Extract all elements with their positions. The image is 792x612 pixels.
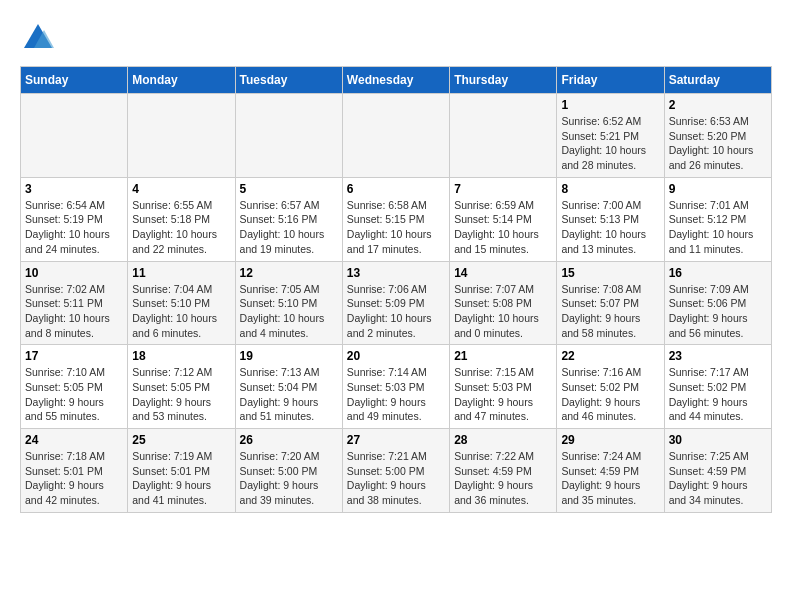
calendar-cell: 21Sunrise: 7:15 AM Sunset: 5:03 PM Dayli… [450,345,557,429]
day-number: 20 [347,349,445,363]
day-header-friday: Friday [557,67,664,94]
calendar-cell: 11Sunrise: 7:04 AM Sunset: 5:10 PM Dayli… [128,261,235,345]
calendar-cell: 3Sunrise: 6:54 AM Sunset: 5:19 PM Daylig… [21,177,128,261]
calendar-cell: 1Sunrise: 6:52 AM Sunset: 5:21 PM Daylig… [557,94,664,178]
day-number: 16 [669,266,767,280]
day-number: 9 [669,182,767,196]
day-number: 6 [347,182,445,196]
day-header-saturday: Saturday [664,67,771,94]
page-header [20,20,772,56]
calendar-cell: 2Sunrise: 6:53 AM Sunset: 5:20 PM Daylig… [664,94,771,178]
calendar-week-row: 3Sunrise: 6:54 AM Sunset: 5:19 PM Daylig… [21,177,772,261]
day-info: Sunrise: 6:54 AM Sunset: 5:19 PM Dayligh… [25,198,123,257]
day-number: 21 [454,349,552,363]
day-info: Sunrise: 7:07 AM Sunset: 5:08 PM Dayligh… [454,282,552,341]
day-number: 1 [561,98,659,112]
day-number: 12 [240,266,338,280]
calendar-cell: 12Sunrise: 7:05 AM Sunset: 5:10 PM Dayli… [235,261,342,345]
day-info: Sunrise: 7:00 AM Sunset: 5:13 PM Dayligh… [561,198,659,257]
calendar-cell: 29Sunrise: 7:24 AM Sunset: 4:59 PM Dayli… [557,429,664,513]
day-number: 4 [132,182,230,196]
day-info: Sunrise: 6:59 AM Sunset: 5:14 PM Dayligh… [454,198,552,257]
day-number: 15 [561,266,659,280]
day-info: Sunrise: 7:19 AM Sunset: 5:01 PM Dayligh… [132,449,230,508]
calendar-cell: 20Sunrise: 7:14 AM Sunset: 5:03 PM Dayli… [342,345,449,429]
calendar-cell: 6Sunrise: 6:58 AM Sunset: 5:15 PM Daylig… [342,177,449,261]
calendar-cell [342,94,449,178]
calendar-cell: 30Sunrise: 7:25 AM Sunset: 4:59 PM Dayli… [664,429,771,513]
calendar-week-row: 24Sunrise: 7:18 AM Sunset: 5:01 PM Dayli… [21,429,772,513]
calendar-week-row: 17Sunrise: 7:10 AM Sunset: 5:05 PM Dayli… [21,345,772,429]
day-number: 17 [25,349,123,363]
day-number: 3 [25,182,123,196]
calendar-cell: 27Sunrise: 7:21 AM Sunset: 5:00 PM Dayli… [342,429,449,513]
day-number: 18 [132,349,230,363]
calendar-cell: 23Sunrise: 7:17 AM Sunset: 5:02 PM Dayli… [664,345,771,429]
day-info: Sunrise: 6:53 AM Sunset: 5:20 PM Dayligh… [669,114,767,173]
calendar-cell: 18Sunrise: 7:12 AM Sunset: 5:05 PM Dayli… [128,345,235,429]
calendar-cell: 10Sunrise: 7:02 AM Sunset: 5:11 PM Dayli… [21,261,128,345]
day-number: 27 [347,433,445,447]
day-info: Sunrise: 6:57 AM Sunset: 5:16 PM Dayligh… [240,198,338,257]
calendar-cell: 4Sunrise: 6:55 AM Sunset: 5:18 PM Daylig… [128,177,235,261]
calendar-cell: 25Sunrise: 7:19 AM Sunset: 5:01 PM Dayli… [128,429,235,513]
day-number: 24 [25,433,123,447]
day-header-monday: Monday [128,67,235,94]
calendar-cell [450,94,557,178]
day-info: Sunrise: 6:58 AM Sunset: 5:15 PM Dayligh… [347,198,445,257]
day-info: Sunrise: 7:20 AM Sunset: 5:00 PM Dayligh… [240,449,338,508]
calendar-cell [235,94,342,178]
calendar-week-row: 10Sunrise: 7:02 AM Sunset: 5:11 PM Dayli… [21,261,772,345]
calendar-cell [21,94,128,178]
calendar-cell: 16Sunrise: 7:09 AM Sunset: 5:06 PM Dayli… [664,261,771,345]
day-number: 19 [240,349,338,363]
day-number: 14 [454,266,552,280]
calendar-cell: 17Sunrise: 7:10 AM Sunset: 5:05 PM Dayli… [21,345,128,429]
day-info: Sunrise: 7:25 AM Sunset: 4:59 PM Dayligh… [669,449,767,508]
day-info: Sunrise: 7:09 AM Sunset: 5:06 PM Dayligh… [669,282,767,341]
day-info: Sunrise: 7:18 AM Sunset: 5:01 PM Dayligh… [25,449,123,508]
day-info: Sunrise: 7:04 AM Sunset: 5:10 PM Dayligh… [132,282,230,341]
day-number: 13 [347,266,445,280]
day-number: 5 [240,182,338,196]
day-number: 26 [240,433,338,447]
calendar-cell [128,94,235,178]
calendar-cell: 5Sunrise: 6:57 AM Sunset: 5:16 PM Daylig… [235,177,342,261]
day-info: Sunrise: 7:22 AM Sunset: 4:59 PM Dayligh… [454,449,552,508]
day-info: Sunrise: 7:15 AM Sunset: 5:03 PM Dayligh… [454,365,552,424]
day-number: 28 [454,433,552,447]
calendar-cell: 9Sunrise: 7:01 AM Sunset: 5:12 PM Daylig… [664,177,771,261]
calendar-cell: 7Sunrise: 6:59 AM Sunset: 5:14 PM Daylig… [450,177,557,261]
day-number: 29 [561,433,659,447]
day-info: Sunrise: 7:16 AM Sunset: 5:02 PM Dayligh… [561,365,659,424]
day-info: Sunrise: 7:24 AM Sunset: 4:59 PM Dayligh… [561,449,659,508]
calendar-cell: 8Sunrise: 7:00 AM Sunset: 5:13 PM Daylig… [557,177,664,261]
day-header-tuesday: Tuesday [235,67,342,94]
day-info: Sunrise: 7:13 AM Sunset: 5:04 PM Dayligh… [240,365,338,424]
calendar-cell: 19Sunrise: 7:13 AM Sunset: 5:04 PM Dayli… [235,345,342,429]
day-number: 8 [561,182,659,196]
day-info: Sunrise: 6:52 AM Sunset: 5:21 PM Dayligh… [561,114,659,173]
day-info: Sunrise: 7:12 AM Sunset: 5:05 PM Dayligh… [132,365,230,424]
day-header-thursday: Thursday [450,67,557,94]
day-header-sunday: Sunday [21,67,128,94]
day-info: Sunrise: 7:17 AM Sunset: 5:02 PM Dayligh… [669,365,767,424]
calendar-header-row: SundayMondayTuesdayWednesdayThursdayFrid… [21,67,772,94]
logo [20,20,60,56]
calendar-cell: 15Sunrise: 7:08 AM Sunset: 5:07 PM Dayli… [557,261,664,345]
day-info: Sunrise: 7:21 AM Sunset: 5:00 PM Dayligh… [347,449,445,508]
calendar-cell: 22Sunrise: 7:16 AM Sunset: 5:02 PM Dayli… [557,345,664,429]
logo-icon [20,20,56,56]
day-number: 23 [669,349,767,363]
calendar-cell: 14Sunrise: 7:07 AM Sunset: 5:08 PM Dayli… [450,261,557,345]
day-number: 7 [454,182,552,196]
calendar-cell: 28Sunrise: 7:22 AM Sunset: 4:59 PM Dayli… [450,429,557,513]
day-number: 22 [561,349,659,363]
calendar-cell: 13Sunrise: 7:06 AM Sunset: 5:09 PM Dayli… [342,261,449,345]
day-info: Sunrise: 7:14 AM Sunset: 5:03 PM Dayligh… [347,365,445,424]
calendar-cell: 26Sunrise: 7:20 AM Sunset: 5:00 PM Dayli… [235,429,342,513]
day-info: Sunrise: 7:01 AM Sunset: 5:12 PM Dayligh… [669,198,767,257]
day-info: Sunrise: 7:06 AM Sunset: 5:09 PM Dayligh… [347,282,445,341]
day-number: 11 [132,266,230,280]
day-number: 25 [132,433,230,447]
